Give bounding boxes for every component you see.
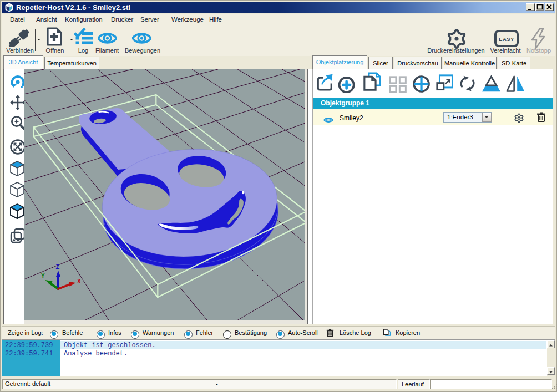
svg-text:Z: Z [56,263,60,270]
svg-text:EASY: EASY [499,36,514,42]
svg-text:X: X [77,278,81,284]
svg-text:Y: Y [41,273,45,279]
